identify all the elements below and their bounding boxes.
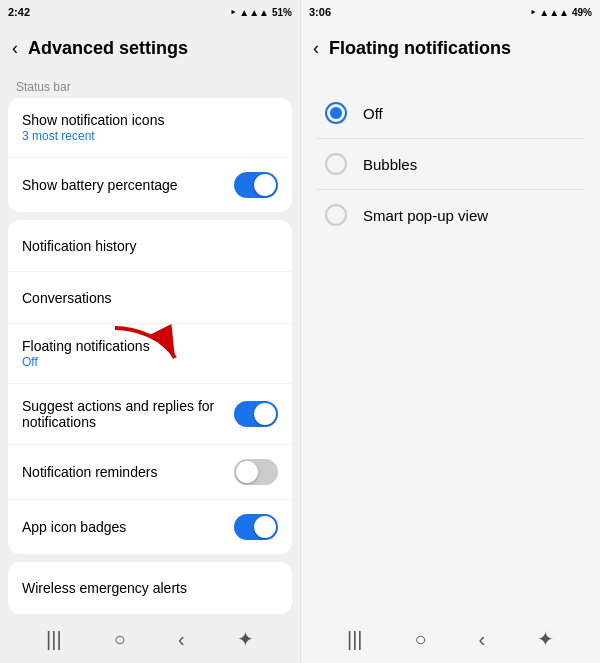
right-status-bar: 3:06 ‣ ▲▲▲ 49% bbox=[301, 0, 600, 24]
right-content: Off Bubbles Smart pop-up view bbox=[301, 72, 600, 615]
radio-smart-popup-circle[interactable] bbox=[325, 204, 347, 226]
suggest-actions-toggle[interactable] bbox=[234, 401, 278, 427]
left-time: 2:42 bbox=[8, 6, 30, 18]
left-back-button[interactable]: ‹ bbox=[12, 38, 18, 59]
left-status-bar: 2:42 ‣ ▲▲▲ 51% bbox=[0, 0, 300, 24]
left-nav-bar: ||| ○ ‹ ✦ bbox=[0, 615, 300, 663]
left-page-title: Advanced settings bbox=[28, 38, 188, 59]
signal-icon: ▲▲▲ bbox=[239, 7, 269, 18]
left-status-left: 2:42 bbox=[8, 6, 30, 18]
notification-history-title: Notification history bbox=[22, 238, 278, 254]
right-top-bar: ‹ Floating notifications bbox=[301, 24, 600, 72]
conversations-text: Conversations bbox=[22, 290, 278, 306]
radio-bubbles-label: Bubbles bbox=[363, 156, 417, 173]
right-signal-icon: ▲▲▲ bbox=[539, 7, 569, 18]
suggest-actions-item[interactable]: Suggest actions and replies for notifica… bbox=[8, 384, 292, 445]
floating-notifications-title: Floating notifications bbox=[22, 338, 278, 354]
radio-off-inner bbox=[330, 107, 342, 119]
left-status-right: ‣ ▲▲▲ 51% bbox=[230, 7, 292, 18]
radio-off-label: Off bbox=[363, 105, 383, 122]
battery-toggle-thumb bbox=[254, 174, 276, 196]
right-nav-bar: ||| ○ ‹ ✦ bbox=[301, 615, 600, 663]
left-nav-menu[interactable]: ||| bbox=[46, 628, 62, 651]
wireless-emergency-item[interactable]: Wireless emergency alerts bbox=[8, 562, 292, 614]
radio-item-off[interactable]: Off bbox=[317, 88, 584, 138]
bluetooth-icon: ‣ bbox=[230, 7, 236, 18]
radio-bubbles-circle[interactable] bbox=[325, 153, 347, 175]
floating-notifications-text: Floating notifications Off bbox=[22, 338, 278, 369]
right-status-right: ‣ ▲▲▲ 49% bbox=[530, 7, 592, 18]
app-icon-badges-title: App icon badges bbox=[22, 519, 234, 535]
battery-toggle[interactable] bbox=[234, 172, 278, 198]
right-panel: 3:06 ‣ ▲▲▲ 49% ‹ Floating notifications … bbox=[300, 0, 600, 663]
show-notification-icons-subtitle: 3 most recent bbox=[22, 129, 278, 143]
left-top-bar: ‹ Advanced settings bbox=[0, 24, 300, 72]
right-nav-back[interactable]: ‹ bbox=[478, 628, 485, 651]
notification-reminders-toggle-thumb bbox=[236, 461, 258, 483]
radio-off-circle[interactable] bbox=[325, 102, 347, 124]
battery-text: 51% bbox=[272, 7, 292, 18]
notification-reminders-toggle[interactable] bbox=[234, 459, 278, 485]
floating-notifications-item[interactable]: Floating notifications Off bbox=[8, 324, 292, 384]
app-icon-badges-toggle[interactable] bbox=[234, 514, 278, 540]
left-nav-home[interactable]: ○ bbox=[114, 628, 126, 651]
notification-history-item[interactable]: Notification history bbox=[8, 220, 292, 272]
show-notification-icons-text: Show notification icons 3 most recent bbox=[22, 112, 278, 143]
show-notification-icons-title: Show notification icons bbox=[22, 112, 278, 128]
right-nav-home[interactable]: ○ bbox=[414, 628, 426, 651]
notifications-card: Notification history Conversations Float… bbox=[8, 220, 292, 554]
right-time: 3:06 bbox=[309, 6, 331, 18]
radio-smart-popup-label: Smart pop-up view bbox=[363, 207, 488, 224]
right-page-title: Floating notifications bbox=[329, 38, 511, 59]
show-notification-icons-item[interactable]: Show notification icons 3 most recent bbox=[8, 98, 292, 158]
right-status-left: 3:06 bbox=[309, 6, 331, 18]
right-bluetooth-icon: ‣ bbox=[530, 7, 536, 18]
notification-reminders-text: Notification reminders bbox=[22, 464, 234, 480]
radio-item-smart-popup[interactable]: Smart pop-up view bbox=[317, 190, 584, 240]
left-nav-back[interactable]: ‹ bbox=[178, 628, 185, 651]
app-icon-badges-item[interactable]: App icon badges bbox=[8, 500, 292, 554]
emergency-card: Wireless emergency alerts bbox=[8, 562, 292, 614]
show-battery-percentage-text: Show battery percentage bbox=[22, 177, 234, 193]
wireless-emergency-title: Wireless emergency alerts bbox=[22, 580, 278, 596]
floating-notifications-subtitle: Off bbox=[22, 355, 278, 369]
left-panel: 2:42 ‣ ▲▲▲ 51% ‹ Advanced settings Statu… bbox=[0, 0, 300, 663]
radio-item-bubbles[interactable]: Bubbles bbox=[317, 139, 584, 189]
suggest-actions-title: Suggest actions and replies for notifica… bbox=[22, 398, 234, 430]
notification-history-text: Notification history bbox=[22, 238, 278, 254]
show-battery-percentage-item[interactable]: Show battery percentage bbox=[8, 158, 292, 212]
suggest-actions-toggle-thumb bbox=[254, 403, 276, 425]
notification-reminders-title: Notification reminders bbox=[22, 464, 234, 480]
right-nav-assist[interactable]: ✦ bbox=[537, 627, 554, 651]
right-nav-menu[interactable]: ||| bbox=[347, 628, 363, 651]
left-content: Status bar Show notification icons 3 mos… bbox=[0, 72, 300, 615]
suggest-actions-text: Suggest actions and replies for notifica… bbox=[22, 398, 234, 430]
left-nav-assist[interactable]: ✦ bbox=[237, 627, 254, 651]
wireless-emergency-text: Wireless emergency alerts bbox=[22, 580, 278, 596]
notification-reminders-item[interactable]: Notification reminders bbox=[8, 445, 292, 500]
conversations-item[interactable]: Conversations bbox=[8, 272, 292, 324]
conversations-title: Conversations bbox=[22, 290, 278, 306]
statusbar-card: Show notification icons 3 most recent Sh… bbox=[8, 98, 292, 212]
right-back-button[interactable]: ‹ bbox=[313, 38, 319, 59]
show-battery-percentage-title: Show battery percentage bbox=[22, 177, 234, 193]
section-label-statusbar: Status bar bbox=[8, 72, 292, 98]
app-icon-badges-text: App icon badges bbox=[22, 519, 234, 535]
app-icon-badges-toggle-thumb bbox=[254, 516, 276, 538]
right-battery-text: 49% bbox=[572, 7, 592, 18]
